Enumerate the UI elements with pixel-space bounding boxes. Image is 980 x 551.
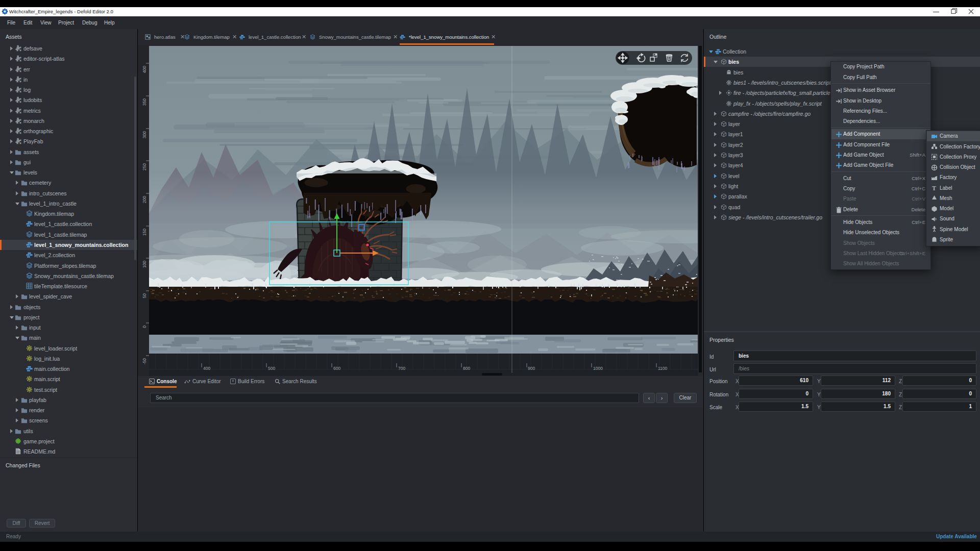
svg-text:700: 700 <box>398 366 405 371</box>
svg-text:150: 150 <box>142 229 147 236</box>
svg-text:200: 200 <box>142 196 147 203</box>
svg-text:300: 300 <box>142 131 147 138</box>
svg-text:350: 350 <box>142 98 147 106</box>
svg-text:600: 600 <box>333 366 340 371</box>
svg-text:900: 900 <box>528 366 535 371</box>
svg-text:50: 50 <box>142 293 147 298</box>
svg-text:400: 400 <box>203 366 210 371</box>
svg-text:0: 0 <box>142 325 147 328</box>
svg-text:1000: 1000 <box>593 366 603 371</box>
svg-text:800: 800 <box>463 366 470 371</box>
svg-text:1100: 1100 <box>658 366 668 371</box>
svg-text:T: T <box>932 185 936 191</box>
svg-text:250: 250 <box>142 163 147 170</box>
svg-text:500: 500 <box>268 366 275 371</box>
svg-text:-50: -50 <box>142 358 147 365</box>
svg-text:400: 400 <box>142 66 147 73</box>
svg-text:100: 100 <box>142 261 147 268</box>
